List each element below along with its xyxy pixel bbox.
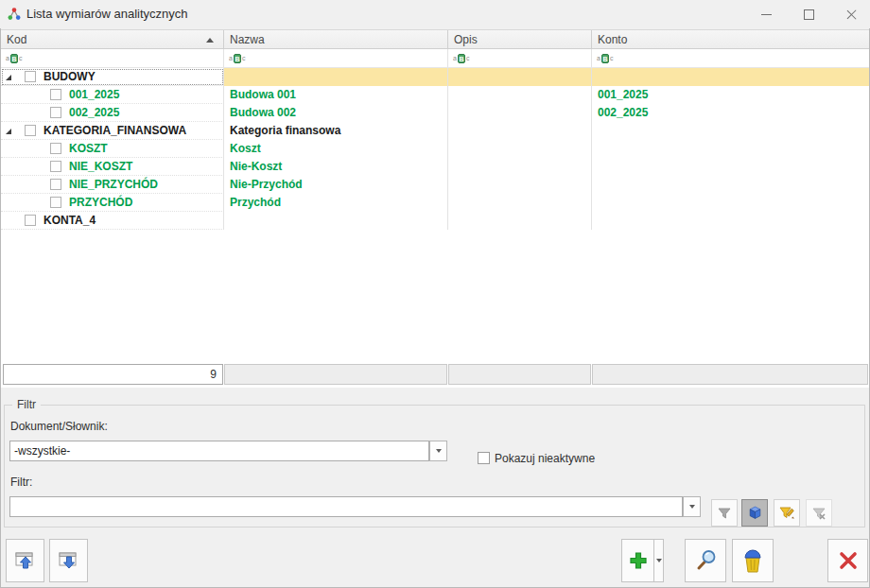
kod-text: BUDOWY [44, 68, 96, 85]
expand-icon[interactable] [6, 75, 11, 80]
kod-cell[interactable]: BUDOWY [1, 68, 224, 86]
minimize-icon [761, 14, 772, 15]
app-window: { "window": { "title": "Lista wymiarów a… [0, 0, 870, 588]
kod-cell[interactable]: 002_2025 [1, 104, 224, 122]
konto-cell[interactable] [592, 176, 869, 194]
delete-button[interactable] [732, 539, 774, 582]
titlebar: Lista wymiarów analitycznych [0, 0, 870, 28]
grid-header: Kod Nazwa Opis Konto [1, 29, 869, 49]
expand-icon[interactable] [6, 129, 11, 134]
clear-filter-icon [811, 506, 826, 521]
close-x-icon [837, 549, 860, 572]
edit-filter-icon [779, 506, 795, 521]
footer-cell-nazwa [224, 364, 447, 385]
close-window-button[interactable] [827, 539, 868, 582]
opis-cell[interactable] [448, 140, 592, 158]
kod-cell[interactable]: KOSZT [1, 140, 224, 158]
row-checkbox[interactable] [25, 125, 36, 136]
column-header-konto[interactable]: Konto [592, 30, 869, 49]
nazwa-cell[interactable]: Kategoria finansowa [224, 122, 448, 140]
dokument-slownik-value: -wszystkie- [14, 441, 70, 460]
kod-text: KATEGORIA_FINANSOWA [44, 122, 186, 139]
filter-cell-kod[interactable]: aBc [1, 49, 224, 67]
row-checkbox[interactable] [50, 143, 61, 154]
minimize-button[interactable] [746, 0, 786, 28]
tree-row[interactable]: BUDOWY [1, 68, 869, 86]
kod-cell[interactable]: NIE_PRZYCHÓD [1, 176, 224, 194]
row-checkbox[interactable] [50, 197, 61, 208]
tree-row[interactable]: KOSZT Koszt [1, 140, 869, 158]
row-checkbox[interactable] [50, 179, 61, 190]
chevron-down-icon [689, 505, 695, 509]
clear-filter-button[interactable] [806, 499, 832, 527]
edit-filter-button[interactable] [774, 499, 800, 527]
kod-cell[interactable]: KATEGORIA_FINANSOWA [1, 122, 224, 140]
opis-cell[interactable] [448, 158, 592, 176]
view-edit-button[interactable] [685, 539, 726, 582]
kod-cell[interactable]: PRZYCHÓD [1, 194, 224, 212]
kod-cell[interactable]: NIE_KOSZT [1, 158, 224, 176]
opis-cell[interactable] [448, 212, 592, 230]
kod-cell[interactable]: 001_2025 [1, 86, 224, 104]
tree-row[interactable]: PRZYCHÓD Przychód [1, 194, 869, 212]
konto-cell[interactable] [592, 158, 869, 176]
opis-cell[interactable] [448, 122, 592, 140]
row-checkbox[interactable] [25, 215, 36, 226]
opis-cell[interactable] [448, 68, 592, 86]
row-checkbox[interactable] [50, 161, 61, 172]
konto-cell[interactable]: 002_2025 [592, 104, 869, 122]
kod-cell[interactable]: KONTA_4 [1, 212, 224, 230]
filter-cell-konto[interactable]: aBc [592, 49, 869, 67]
row-checkbox[interactable] [50, 107, 61, 118]
tree-row[interactable]: NIE_PRZYCHÓD Nie-Przychód [1, 176, 869, 194]
opis-cell[interactable] [448, 104, 592, 122]
pokazuj-nieaktywne-checkbox[interactable] [478, 452, 490, 464]
column-header-kod[interactable]: Kod [1, 30, 224, 49]
filtr-dropdown-button[interactable] [683, 496, 701, 517]
tree-rows: BUDOWY 001_2025 Budowa 001 001_2025 002_… [1, 68, 869, 231]
dokument-slownik-select[interactable]: -wszystkie- [9, 441, 429, 461]
expand-all-button[interactable] [49, 539, 88, 582]
tree-row[interactable]: 002_2025 Budowa 002 002_2025 [1, 104, 869, 122]
filter-builder-button[interactable] [741, 499, 768, 527]
konto-cell[interactable] [592, 68, 869, 86]
nazwa-cell[interactable]: Nie-Koszt [224, 158, 448, 176]
nazwa-cell[interactable]: Budowa 002 [224, 104, 448, 122]
nazwa-cell[interactable] [224, 68, 448, 86]
row-checkbox[interactable] [25, 71, 36, 82]
add-button[interactable] [621, 539, 654, 582]
pokazuj-nieaktywne-label: Pokazuj nieaktywne [495, 452, 595, 465]
nazwa-cell[interactable]: Budowa 001 [224, 86, 448, 104]
nazwa-cell[interactable] [224, 212, 448, 230]
opis-cell[interactable] [448, 86, 592, 104]
nazwa-cell[interactable]: Nie-Przychód [224, 176, 448, 194]
maximize-button[interactable] [789, 0, 828, 28]
collapse-all-button[interactable] [6, 539, 44, 582]
nazwa-cell[interactable]: Koszt [224, 140, 448, 158]
tree-row[interactable]: KONTA_4 [1, 212, 869, 230]
filter-cell-opis[interactable]: aBc [448, 49, 592, 67]
opis-cell[interactable] [448, 194, 592, 212]
filter-cell-nazwa[interactable]: aBc [224, 49, 448, 67]
dokument-slownik-dropdown-button[interactable] [429, 441, 447, 461]
column-header-opis[interactable]: Opis [448, 30, 592, 49]
konto-cell[interactable] [592, 194, 869, 212]
column-header-nazwa[interactable]: Nazwa [224, 30, 448, 49]
chevron-down-icon [436, 449, 442, 453]
row-checkbox[interactable] [50, 89, 61, 100]
add-dropdown-button[interactable] [653, 539, 664, 582]
column-header-opis-label: Opis [454, 33, 478, 46]
tree-row[interactable]: 001_2025 Budowa 001 001_2025 [1, 86, 869, 104]
filtr-input[interactable] [9, 496, 683, 517]
tree-row[interactable]: NIE_KOSZT Nie-Koszt [1, 158, 869, 176]
konto-cell[interactable] [592, 212, 869, 230]
konto-cell[interactable] [592, 140, 869, 158]
tree-row[interactable]: KATEGORIA_FINANSOWA Kategoria finansowa [1, 122, 869, 140]
close-button[interactable] [831, 0, 870, 28]
opis-cell[interactable] [448, 176, 592, 194]
nazwa-cell[interactable]: Przychód [224, 194, 448, 212]
footer-cell-konto [592, 364, 868, 385]
apply-filter-button[interactable] [711, 499, 738, 527]
konto-cell[interactable] [592, 122, 869, 140]
konto-cell[interactable]: 001_2025 [592, 86, 869, 104]
